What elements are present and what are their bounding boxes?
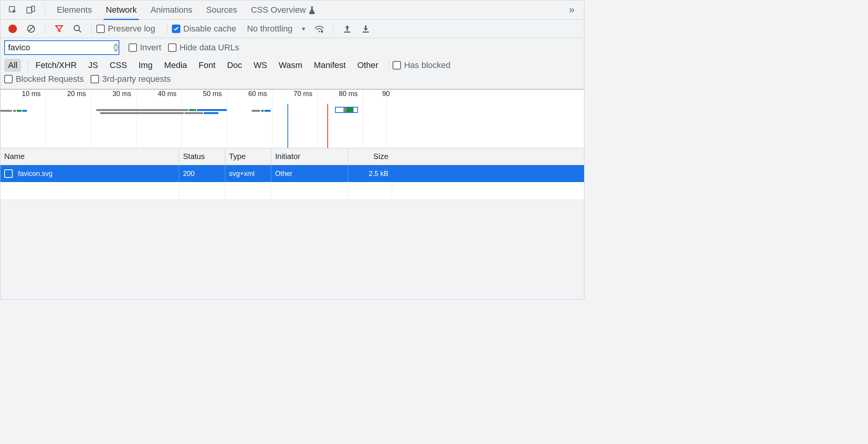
table-row-empty (0, 182, 584, 200)
disable-cache-label: Disable cache (183, 24, 236, 34)
search-icon[interactable] (71, 22, 84, 36)
inspect-element-icon[interactable] (6, 3, 20, 17)
disable-cache-toggle[interactable]: Disable cache (172, 24, 236, 34)
type-manifest[interactable]: Manifest (310, 59, 350, 72)
record-button[interactable] (6, 22, 20, 36)
blocked-requests-toggle[interactable]: Blocked Requests (4, 74, 84, 84)
preserve-log-toggle[interactable]: Preserve log (96, 24, 155, 34)
cell-initiator: Other (271, 165, 348, 182)
checkbox-icon (393, 61, 401, 70)
requests-table: Name Status Type Initiator Size favicon.… (0, 148, 584, 200)
chevron-down-icon: ▼ (301, 26, 306, 32)
tab-network[interactable]: Network (99, 0, 144, 20)
separator (45, 5, 45, 15)
file-icon (4, 169, 13, 178)
checkbox-icon (172, 25, 180, 33)
table-header: Name Status Type Initiator Size (0, 148, 584, 165)
waterfall-overview[interactable]: 10 ms 20 ms 30 ms 40 ms 50 ms 60 ms 70 m… (0, 90, 584, 148)
tick-label: 80 ms (339, 90, 358, 98)
filter-bar-row2: Blocked Requests 3rd-party requests (0, 72, 584, 90)
checkbox-icon (129, 43, 137, 52)
col-status[interactable]: Status (179, 148, 225, 165)
tab-css-overview-label: CSS Overview (251, 5, 306, 15)
tick-label: 70 ms (294, 90, 312, 98)
has-blocked-label: Has blocked (404, 60, 451, 70)
separator (45, 24, 45, 34)
clear-filter-button[interactable] (114, 43, 118, 52)
checkbox-icon (168, 43, 177, 52)
tick-label: 90 (382, 90, 390, 98)
tick-label: 20 ms (67, 90, 86, 98)
svg-rect-9 (344, 31, 350, 33)
svg-line-6 (79, 30, 81, 32)
checkbox-icon (4, 75, 13, 83)
filter-input[interactable] (8, 43, 114, 53)
cell-name: favicon.svg (18, 170, 53, 178)
preserve-log-label: Preserve log (108, 24, 155, 34)
separator (167, 24, 167, 34)
svg-line-4 (29, 27, 33, 31)
third-party-toggle[interactable]: 3rd-party requests (91, 74, 171, 84)
flask-icon (308, 6, 316, 14)
type-other[interactable]: Other (353, 59, 382, 72)
hide-data-urls-label: Hide data URLs (180, 43, 239, 53)
type-ws[interactable]: WS (250, 59, 271, 72)
cell-type: svg+xml (225, 165, 271, 182)
invert-toggle[interactable]: Invert (129, 43, 161, 53)
tick-label: 40 ms (158, 90, 177, 98)
type-doc[interactable]: Doc (223, 59, 246, 72)
separator (28, 60, 28, 70)
filter-toggle-icon[interactable] (52, 22, 66, 36)
more-tabs-icon[interactable]: » (565, 3, 579, 17)
type-font[interactable]: Font (195, 59, 219, 72)
third-party-label: 3rd-party requests (102, 74, 171, 84)
devtools-tabbar: Elements Network Animations Sources CSS … (0, 0, 584, 20)
separator (389, 60, 389, 70)
checkbox-icon (91, 75, 99, 83)
has-blocked-toggle[interactable]: Has blocked (393, 60, 451, 70)
type-img[interactable]: Img (135, 59, 157, 72)
type-wasm[interactable]: Wasm (275, 59, 306, 72)
col-name[interactable]: Name (0, 148, 179, 165)
download-har-icon[interactable] (359, 22, 373, 36)
svg-point-5 (74, 25, 79, 31)
hide-data-urls-toggle[interactable]: Hide data URLs (168, 43, 239, 53)
tab-elements[interactable]: Elements (50, 0, 99, 20)
tab-animations[interactable]: Animations (144, 0, 199, 20)
svg-rect-10 (363, 31, 369, 33)
type-media[interactable]: Media (160, 59, 191, 72)
cell-size: 2.5 kB (348, 165, 392, 182)
col-type[interactable]: Type (225, 148, 271, 165)
type-js[interactable]: JS (84, 59, 102, 72)
table-row[interactable]: favicon.svg 200 svg+xml Other 2.5 kB (0, 165, 584, 182)
filter-bar: Invert Hide data URLs (0, 38, 584, 57)
device-toggle-icon[interactable] (24, 3, 38, 17)
type-all[interactable]: All (4, 59, 21, 72)
upload-har-icon[interactable] (340, 22, 354, 36)
tick-label: 50 ms (203, 90, 222, 98)
svg-point-8 (318, 31, 320, 32)
blocked-requests-label: Blocked Requests (16, 74, 84, 84)
svg-point-7 (321, 30, 323, 33)
type-css[interactable]: CSS (106, 59, 131, 72)
throttling-value: No throttling (247, 24, 293, 34)
tick-label: 10 ms (22, 90, 41, 98)
col-initiator[interactable]: Initiator (271, 148, 348, 165)
col-size[interactable]: Size (348, 148, 392, 165)
filter-input-container (4, 40, 119, 55)
invert-label: Invert (140, 43, 161, 53)
cell-status: 200 (179, 165, 225, 182)
tick-label: 60 ms (248, 90, 267, 98)
network-toolbar: Preserve log Disable cache No throttling… (0, 20, 584, 38)
type-fetch-xhr[interactable]: Fetch/XHR (31, 59, 81, 72)
separator (333, 24, 333, 34)
tab-sources[interactable]: Sources (199, 0, 244, 20)
network-conditions-icon[interactable] (312, 22, 326, 36)
throttling-select[interactable]: No throttling ▼ (243, 24, 310, 34)
waterfall-ticks: 10 ms 20 ms 30 ms 40 ms 50 ms 60 ms 70 m… (0, 90, 584, 101)
type-filter-bar: All Fetch/XHR JS CSS Img Media Font Doc … (0, 57, 584, 72)
tick-label: 30 ms (112, 90, 131, 98)
clear-button[interactable] (24, 22, 38, 36)
checkbox-icon (96, 25, 105, 33)
tab-css-overview[interactable]: CSS Overview (244, 0, 323, 20)
